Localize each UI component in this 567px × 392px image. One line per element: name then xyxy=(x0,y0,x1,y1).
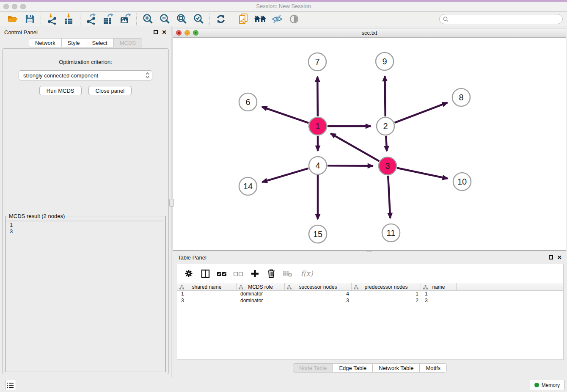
tab-mcds[interactable]: MCDS xyxy=(114,38,142,47)
table-row[interactable]: 3dominator323 xyxy=(177,298,563,304)
vertical-splitter-grip[interactable] xyxy=(169,199,174,207)
tab-motifs[interactable]: Motifs xyxy=(420,363,447,373)
add-column-button[interactable] xyxy=(249,268,260,279)
tab-node-table[interactable]: Node Table xyxy=(293,363,333,373)
table-cell[interactable]: 1 xyxy=(352,291,421,298)
zoom-out-button[interactable] xyxy=(156,13,173,25)
function-builder-button[interactable]: f(x) xyxy=(299,268,315,279)
apply-preferred-layout-button[interactable] xyxy=(212,13,229,25)
column-header-predecessor-nodes[interactable]: predecessor nodes xyxy=(352,283,421,290)
column-header-name[interactable]: name xyxy=(421,283,457,290)
close-panel-icon[interactable]: ✕ xyxy=(162,30,167,34)
zoom-in-icon xyxy=(143,14,153,24)
control-panel: Control Panel ✕ NetworkStyleSelectMCDS O… xyxy=(0,26,171,377)
run-mcds-button[interactable]: Run MCDS xyxy=(39,86,82,95)
table-cell[interactable]: dominator xyxy=(237,291,285,298)
mcds-result-area[interactable]: 1 3 xyxy=(7,221,164,221)
column-header-shared-name[interactable]: shared name xyxy=(177,283,237,290)
trash-icon xyxy=(267,269,275,278)
save-session-button[interactable] xyxy=(21,13,38,25)
table-panel-tabs: Node TableEdge TableNetwork TableMotifs xyxy=(173,363,567,373)
tab-network[interactable]: Network xyxy=(29,38,62,47)
edge-3-to-1[interactable] xyxy=(330,133,379,161)
list-icon xyxy=(7,382,14,388)
tab-select[interactable]: Select xyxy=(86,38,114,47)
table-cell[interactable]: dominator xyxy=(237,298,285,304)
edge-1-to-6[interactable] xyxy=(262,107,308,123)
network-canvas[interactable]: 7968124314101511 xyxy=(173,38,566,250)
export-image-button[interactable] xyxy=(117,13,134,25)
float-table-panel-icon[interactable] xyxy=(549,255,553,259)
node-label-9: 9 xyxy=(382,57,387,66)
zoom-fit-button[interactable] xyxy=(173,13,190,25)
graph-node-3[interactable]: 3 xyxy=(379,157,396,175)
column-header-successor-nodes[interactable]: successor nodes xyxy=(285,283,352,290)
table-cell[interactable]: 1 xyxy=(177,291,237,298)
table-cell[interactable]: 3 xyxy=(285,298,352,304)
table-cell[interactable]: 3 xyxy=(177,298,237,304)
graph-node-10[interactable]: 10 xyxy=(453,173,471,190)
edge-2-to-8[interactable] xyxy=(395,102,448,122)
memory-button[interactable]: Memory xyxy=(530,380,564,390)
control-panel-tabs: NetworkStyleSelectMCDS xyxy=(0,38,171,47)
table-options-button[interactable] xyxy=(183,268,194,279)
edge-4-to-14[interactable] xyxy=(262,168,308,182)
graph-node-7[interactable]: 7 xyxy=(308,53,326,71)
graph-node-1[interactable]: 1 xyxy=(309,117,327,135)
float-panel-icon[interactable] xyxy=(154,30,158,34)
select-all-checkboxes-button[interactable] xyxy=(216,268,227,279)
node-label-1: 1 xyxy=(315,121,320,131)
search-input[interactable] xyxy=(449,16,562,22)
network-graph[interactable]: 7968124314101511 xyxy=(173,38,566,250)
graph-node-14[interactable]: 14 xyxy=(239,177,257,195)
table-cell[interactable]: 4 xyxy=(285,291,352,298)
graph-node-11[interactable]: 11 xyxy=(382,224,400,242)
export-network-button[interactable] xyxy=(83,13,100,25)
task-history-button[interactable] xyxy=(5,380,16,390)
edge-2-to-3[interactable] xyxy=(386,136,387,151)
table-cell[interactable]: 2 xyxy=(352,298,421,304)
node-table-card: f(x) shared nameMCDS rolesuccessor nodes… xyxy=(177,264,564,360)
edge-2-to-9[interactable] xyxy=(385,76,385,116)
clone-network-button[interactable] xyxy=(235,13,252,25)
import-table-button[interactable] xyxy=(61,13,77,25)
mcds-home-button[interactable] xyxy=(252,13,269,25)
graph-node-15[interactable]: 15 xyxy=(309,225,327,243)
hide-graphics-details-button[interactable] xyxy=(269,13,286,25)
zoom-fit-icon xyxy=(176,14,187,24)
close-table-panel-icon[interactable]: ✕ xyxy=(557,255,562,259)
show-columns-button[interactable] xyxy=(200,268,211,279)
zoom-selected-button[interactable] xyxy=(190,13,207,25)
tab-edge-table[interactable]: Edge Table xyxy=(333,363,373,373)
graph-node-4[interactable]: 4 xyxy=(309,157,327,174)
table-row[interactable]: 1dominator411 xyxy=(177,291,563,298)
edge-1-to-7[interactable] xyxy=(317,77,318,116)
network-minimize-button[interactable]: − xyxy=(184,30,190,36)
deselect-all-checkboxes-button[interactable] xyxy=(233,268,244,279)
show-graphics-details-button[interactable] xyxy=(286,13,303,25)
edge-3-to-10[interactable] xyxy=(397,168,448,179)
delete-columns-button[interactable] xyxy=(266,268,277,279)
tab-network-table[interactable]: Network Table xyxy=(373,363,420,373)
export-table-button[interactable] xyxy=(100,13,117,25)
edge-4-to-3[interactable] xyxy=(328,166,373,166)
graph-node-9[interactable]: 9 xyxy=(376,52,394,70)
network-zoom-button[interactable]: + xyxy=(193,30,198,36)
edge-3-to-11[interactable] xyxy=(388,176,390,218)
toolbar-separator xyxy=(232,13,232,25)
tab-style[interactable]: Style xyxy=(62,38,86,47)
search-box[interactable] xyxy=(439,14,563,24)
zoom-in-button[interactable] xyxy=(139,13,156,25)
graph-node-8[interactable]: 8 xyxy=(452,88,470,106)
network-close-button[interactable]: ✕ xyxy=(176,30,182,36)
close-panel-button[interactable]: Close panel xyxy=(88,86,132,95)
import-network-button[interactable] xyxy=(44,13,61,25)
table-cell[interactable]: 3 xyxy=(421,298,457,304)
open-session-button[interactable] xyxy=(4,13,21,25)
column-header-MCDS-role[interactable]: MCDS role xyxy=(237,283,285,290)
delete-table-button[interactable] xyxy=(282,268,293,279)
table-cell[interactable]: 1 xyxy=(421,291,457,298)
graph-node-2[interactable]: 2 xyxy=(377,117,394,135)
graph-node-6[interactable]: 6 xyxy=(239,93,257,111)
criterion-dropdown[interactable]: strongly connected component xyxy=(19,70,152,80)
